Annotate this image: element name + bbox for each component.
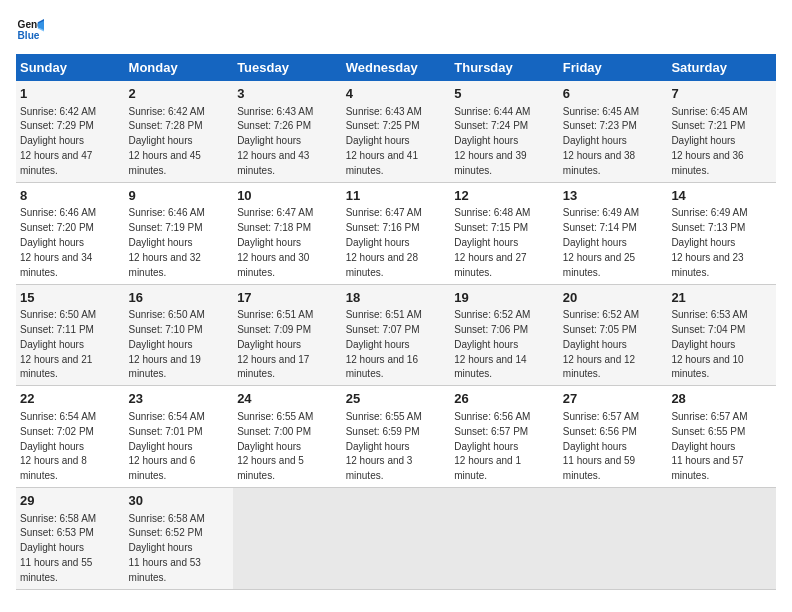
- daylight-value: 11 hours and 53 minutes.: [129, 557, 201, 583]
- daylight-label: Daylight hours: [671, 237, 735, 248]
- day-number: 6: [563, 85, 664, 103]
- daylight-value: 12 hours and 23 minutes.: [671, 252, 743, 278]
- calendar-day-27: 27Sunrise: 6:57 AMSunset: 6:56 PMDayligh…: [559, 386, 668, 488]
- daylight-label: Daylight hours: [671, 339, 735, 350]
- daylight-value: 11 hours and 55 minutes.: [20, 557, 92, 583]
- sunset-info: Sunset: 6:55 PM: [671, 426, 745, 437]
- sunrise-info: Sunrise: 6:43 AM: [237, 106, 313, 117]
- day-number: 16: [129, 289, 230, 307]
- daylight-value: 12 hours and 28 minutes.: [346, 252, 418, 278]
- sunrise-info: Sunrise: 6:46 AM: [129, 207, 205, 218]
- daylight-label: Daylight hours: [129, 542, 193, 553]
- daylight-label: Daylight hours: [454, 441, 518, 452]
- sunset-info: Sunset: 7:01 PM: [129, 426, 203, 437]
- header-row: SundayMondayTuesdayWednesdayThursdayFrid…: [16, 54, 776, 81]
- day-number: 20: [563, 289, 664, 307]
- sunrise-info: Sunrise: 6:58 AM: [129, 513, 205, 524]
- sunrise-info: Sunrise: 6:52 AM: [563, 309, 639, 320]
- day-number: 8: [20, 187, 121, 205]
- calendar-day-30: 30Sunrise: 6:58 AMSunset: 6:52 PMDayligh…: [125, 488, 234, 590]
- daylight-value: 12 hours and 47 minutes.: [20, 150, 92, 176]
- sunrise-info: Sunrise: 6:42 AM: [129, 106, 205, 117]
- daylight-value: 12 hours and 19 minutes.: [129, 354, 201, 380]
- header-day-friday: Friday: [559, 54, 668, 81]
- daylight-value: 12 hours and 27 minutes.: [454, 252, 526, 278]
- day-number: 22: [20, 390, 121, 408]
- sunrise-info: Sunrise: 6:52 AM: [454, 309, 530, 320]
- calendar-day-19: 19Sunrise: 6:52 AMSunset: 7:06 PMDayligh…: [450, 284, 559, 386]
- day-number: 18: [346, 289, 447, 307]
- daylight-value: 12 hours and 30 minutes.: [237, 252, 309, 278]
- day-number: 12: [454, 187, 555, 205]
- header-day-saturday: Saturday: [667, 54, 776, 81]
- daylight-value: 12 hours and 10 minutes.: [671, 354, 743, 380]
- sunset-info: Sunset: 7:02 PM: [20, 426, 94, 437]
- day-number: 15: [20, 289, 121, 307]
- day-number: 14: [671, 187, 772, 205]
- daylight-value: 12 hours and 8 minutes.: [20, 455, 87, 481]
- sunrise-info: Sunrise: 6:42 AM: [20, 106, 96, 117]
- day-number: 4: [346, 85, 447, 103]
- daylight-value: 12 hours and 5 minutes.: [237, 455, 304, 481]
- sunset-info: Sunset: 7:20 PM: [20, 222, 94, 233]
- daylight-label: Daylight hours: [237, 237, 301, 248]
- calendar-day-16: 16Sunrise: 6:50 AMSunset: 7:10 PMDayligh…: [125, 284, 234, 386]
- daylight-value: 12 hours and 17 minutes.: [237, 354, 309, 380]
- sunset-info: Sunset: 6:59 PM: [346, 426, 420, 437]
- sunset-info: Sunset: 6:53 PM: [20, 527, 94, 538]
- calendar-day-9: 9Sunrise: 6:46 AMSunset: 7:19 PMDaylight…: [125, 182, 234, 284]
- daylight-value: 12 hours and 25 minutes.: [563, 252, 635, 278]
- calendar-day-14: 14Sunrise: 6:49 AMSunset: 7:13 PMDayligh…: [667, 182, 776, 284]
- sunset-info: Sunset: 7:25 PM: [346, 120, 420, 131]
- calendar-day-21: 21Sunrise: 6:53 AMSunset: 7:04 PMDayligh…: [667, 284, 776, 386]
- day-number: 25: [346, 390, 447, 408]
- daylight-label: Daylight hours: [563, 441, 627, 452]
- daylight-value: 12 hours and 41 minutes.: [346, 150, 418, 176]
- daylight-label: Daylight hours: [129, 339, 193, 350]
- day-number: 26: [454, 390, 555, 408]
- empty-cell: [559, 488, 668, 590]
- daylight-label: Daylight hours: [563, 237, 627, 248]
- sunset-info: Sunset: 6:52 PM: [129, 527, 203, 538]
- daylight-value: 12 hours and 32 minutes.: [129, 252, 201, 278]
- calendar-day-4: 4Sunrise: 6:43 AMSunset: 7:25 PMDaylight…: [342, 81, 451, 182]
- daylight-value: 12 hours and 38 minutes.: [563, 150, 635, 176]
- calendar-day-8: 8Sunrise: 6:46 AMSunset: 7:20 PMDaylight…: [16, 182, 125, 284]
- sunset-info: Sunset: 7:23 PM: [563, 120, 637, 131]
- sunrise-info: Sunrise: 6:57 AM: [563, 411, 639, 422]
- header-day-tuesday: Tuesday: [233, 54, 342, 81]
- day-number: 5: [454, 85, 555, 103]
- day-number: 30: [129, 492, 230, 510]
- sunset-info: Sunset: 7:14 PM: [563, 222, 637, 233]
- daylight-label: Daylight hours: [346, 135, 410, 146]
- daylight-value: 12 hours and 6 minutes.: [129, 455, 196, 481]
- sunrise-info: Sunrise: 6:47 AM: [346, 207, 422, 218]
- calendar-day-26: 26Sunrise: 6:56 AMSunset: 6:57 PMDayligh…: [450, 386, 559, 488]
- sunset-info: Sunset: 7:09 PM: [237, 324, 311, 335]
- sunrise-info: Sunrise: 6:47 AM: [237, 207, 313, 218]
- calendar-week-3: 15Sunrise: 6:50 AMSunset: 7:11 PMDayligh…: [16, 284, 776, 386]
- daylight-value: 12 hours and 39 minutes.: [454, 150, 526, 176]
- day-number: 13: [563, 187, 664, 205]
- calendar-day-28: 28Sunrise: 6:57 AMSunset: 6:55 PMDayligh…: [667, 386, 776, 488]
- day-number: 3: [237, 85, 338, 103]
- sunrise-info: Sunrise: 6:51 AM: [237, 309, 313, 320]
- daylight-label: Daylight hours: [20, 441, 84, 452]
- daylight-value: 12 hours and 34 minutes.: [20, 252, 92, 278]
- sunset-info: Sunset: 7:06 PM: [454, 324, 528, 335]
- calendar-day-11: 11Sunrise: 6:47 AMSunset: 7:16 PMDayligh…: [342, 182, 451, 284]
- header-day-sunday: Sunday: [16, 54, 125, 81]
- calendar-day-18: 18Sunrise: 6:51 AMSunset: 7:07 PMDayligh…: [342, 284, 451, 386]
- daylight-label: Daylight hours: [454, 339, 518, 350]
- calendar-day-13: 13Sunrise: 6:49 AMSunset: 7:14 PMDayligh…: [559, 182, 668, 284]
- sunrise-info: Sunrise: 6:45 AM: [563, 106, 639, 117]
- calendar-day-1: 1Sunrise: 6:42 AMSunset: 7:29 PMDaylight…: [16, 81, 125, 182]
- sunset-info: Sunset: 7:15 PM: [454, 222, 528, 233]
- sunrise-info: Sunrise: 6:55 AM: [346, 411, 422, 422]
- daylight-label: Daylight hours: [129, 237, 193, 248]
- day-number: 27: [563, 390, 664, 408]
- sunset-info: Sunset: 6:56 PM: [563, 426, 637, 437]
- sunrise-info: Sunrise: 6:50 AM: [20, 309, 96, 320]
- sunrise-info: Sunrise: 6:58 AM: [20, 513, 96, 524]
- sunrise-info: Sunrise: 6:50 AM: [129, 309, 205, 320]
